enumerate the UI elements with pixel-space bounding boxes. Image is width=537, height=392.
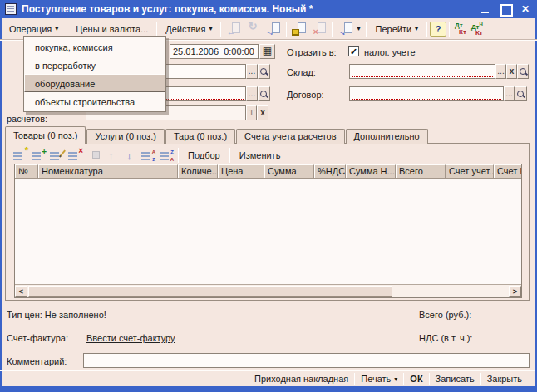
lookup-2-ellipsis-button[interactable]: ... <box>246 86 258 101</box>
lookup-1-ellipsis-button[interactable]: ... <box>246 64 258 79</box>
tab-settlement-accounts[interactable]: Счета учета расчетов <box>236 129 344 144</box>
scroll-right-icon <box>513 287 517 296</box>
column-header: Сумма Н... <box>346 164 396 178</box>
operation-menu-item[interactable]: покупка, комиссия <box>24 37 165 56</box>
items-table-body[interactable] <box>15 179 521 272</box>
post-document-icon <box>292 22 307 37</box>
dtkt-tax-postings-button[interactable]: ДтН Кт <box>469 21 485 37</box>
pick-button[interactable]: Подбор <box>181 150 227 160</box>
move-down-button[interactable] <box>121 148 138 164</box>
toolbar-separator <box>449 22 450 37</box>
magnifier-icon <box>519 67 528 76</box>
scroll-right-button[interactable] <box>509 286 521 297</box>
calendar-icon <box>263 47 272 56</box>
comment-input[interactable] <box>83 353 530 368</box>
operation-menu-item[interactable]: оборудование <box>24 74 165 92</box>
change-button[interactable]: Изменить <box>233 150 288 160</box>
lookup-2-search-button[interactable] <box>258 86 270 101</box>
create-on-basis-icon <box>338 22 353 37</box>
goto-button-label: Перейти <box>375 24 411 34</box>
lookup-1-search-button[interactable] <box>258 64 270 79</box>
sort-ascending-button[interactable]: AZ <box>139 148 156 164</box>
add-row-button[interactable]: * <box>11 148 28 164</box>
tab-services[interactable]: Услуги (0 поз.) <box>86 129 164 144</box>
close-button[interactable] <box>519 3 532 15</box>
calendar-button[interactable] <box>259 44 275 59</box>
copy-document-button[interactable] <box>264 21 283 37</box>
warehouse-clear-button[interactable]: x <box>506 64 517 79</box>
warehouse-input[interactable] <box>349 64 495 79</box>
contract-search-button[interactable] <box>515 86 527 101</box>
post-document-button[interactable] <box>289 21 309 37</box>
delete-row-button[interactable]: × <box>66 148 83 164</box>
toolbar-separator <box>178 148 179 163</box>
edit-row-icon <box>59 149 66 157</box>
copy-row-button[interactable]: + <box>29 148 47 164</box>
dtkt-postings-button[interactable]: Дт Кт <box>452 22 469 36</box>
operation-menu-item[interactable]: в переработку <box>24 56 165 74</box>
window-title: Поступление товаров и услуг: покупка, ко… <box>22 3 479 15</box>
warehouse-ellipsis-button[interactable]: ... <box>495 64 506 79</box>
tab-containers[interactable]: Тара (0 поз.) <box>165 129 235 144</box>
date-input[interactable]: 25.01.2006 0:00:00 <box>170 44 259 59</box>
copy-row-icon: + <box>42 148 47 156</box>
goto-button[interactable]: Перейти <box>369 21 424 37</box>
end-edit-icon <box>92 151 100 159</box>
undo-posting-button[interactable] <box>309 21 329 37</box>
sort-az-icon: A <box>152 149 155 154</box>
save-button[interactable]: Записать <box>430 374 480 384</box>
magnifier-icon <box>516 90 525 99</box>
create-on-basis-button[interactable] <box>335 21 363 37</box>
actions-button[interactable]: Действия <box>160 21 218 37</box>
help-button[interactable]: ? <box>430 22 446 37</box>
scrollbar-thumb[interactable] <box>28 286 392 297</box>
invoice-label: Счет-фактура: <box>7 333 68 343</box>
text-edit-button[interactable]: T <box>246 105 257 120</box>
window-border-bottom <box>0 386 537 392</box>
tab-bar: Товары (0 поз.) Услуги (0 поз.) Тара (0 … <box>5 126 429 144</box>
window-controls <box>479 3 532 15</box>
list-icon <box>160 152 169 160</box>
settlements-clear-button[interactable]: x <box>257 105 268 120</box>
add-row-icon: * <box>25 147 28 155</box>
goods-tab-page: * + × AZ ZA Подбор Изменить № Номенклату… <box>5 143 530 301</box>
operation-button[interactable]: Операция <box>3 21 64 37</box>
reread-button[interactable] <box>224 21 244 37</box>
contract-label: Договор: <box>287 90 324 100</box>
undo-posting-icon <box>312 22 327 37</box>
caret-down-icon <box>415 25 418 32</box>
list-icon <box>141 152 150 160</box>
move-up-button[interactable] <box>102 148 120 164</box>
toolbar-separator <box>156 22 157 37</box>
column-header: %НДС <box>314 164 346 178</box>
print-button[interactable]: Печать <box>355 374 403 384</box>
prices-currency-button[interactable]: Цены и валюта... <box>70 21 154 37</box>
refresh-button[interactable] <box>244 21 264 37</box>
ok-button[interactable]: ОК <box>404 374 428 384</box>
enter-invoice-link[interactable]: Ввести счет-фактуру <box>86 333 175 343</box>
operation-menu-item[interactable]: объекты строительства <box>24 92 165 110</box>
minimize-button[interactable] <box>479 3 492 15</box>
document-arrow-icon <box>266 22 281 37</box>
sort-za-icon: Z <box>170 149 174 154</box>
sort-descending-button[interactable]: ZA <box>157 148 175 164</box>
tax-accounting-checkbox[interactable] <box>348 46 359 56</box>
end-edit-button[interactable] <box>84 148 101 164</box>
maximize-button[interactable] <box>499 3 512 15</box>
tab-additional[interactable]: Дополнительно <box>346 129 428 144</box>
tab-goods[interactable]: Товары (0 поз.) <box>5 126 86 144</box>
column-header: Цена <box>218 164 264 178</box>
arrow-up-icon <box>108 149 114 162</box>
scroll-left-button[interactable] <box>15 286 27 297</box>
price-type-text: Тип цен: Не заполнено! <box>7 310 106 320</box>
edit-row-button[interactable] <box>47 148 65 164</box>
contract-ellipsis-button[interactable]: ... <box>504 86 515 101</box>
tax-accounting-label[interactable]: налог. учете <box>364 47 416 57</box>
close-window-button[interactable]: Закрыть <box>481 374 528 384</box>
contract-input[interactable] <box>349 86 504 101</box>
actions-button-label: Действия <box>165 24 205 34</box>
warehouse-search-button[interactable] <box>517 64 529 79</box>
receipt-note-button[interactable]: Приходная накладная <box>249 374 354 384</box>
operation-button-label: Операция <box>9 24 52 34</box>
kt-label: Кт <box>459 29 466 36</box>
